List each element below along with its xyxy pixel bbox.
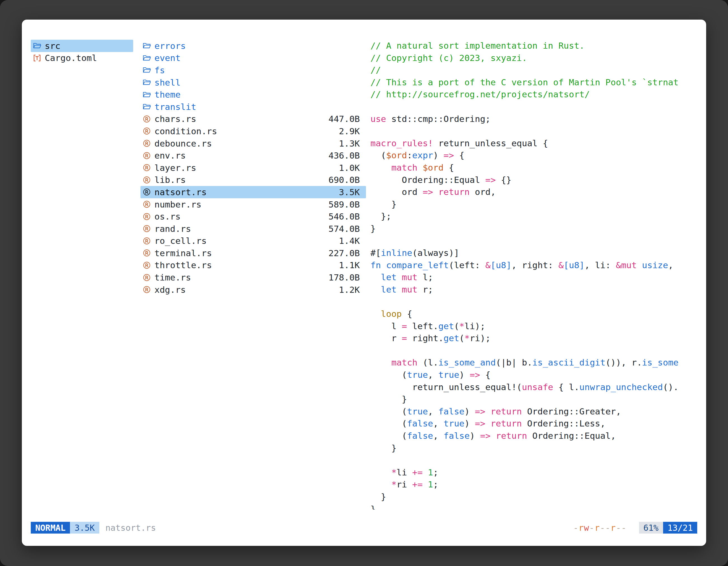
- rust-icon: [143, 115, 154, 123]
- code-line: #[inline(always)]: [370, 247, 700, 259]
- entry-name: os.rs: [154, 212, 180, 222]
- desktop-background: srcCargo.toml errorseventfsshellthemetra…: [0, 0, 728, 566]
- entry-size: 447.0B: [328, 114, 366, 124]
- cursor-position-badge: 13/21: [663, 522, 697, 534]
- file-list-pane: errorseventfsshellthemetranslitchars.rs4…: [140, 40, 366, 509]
- file-row-time.rs[interactable]: time.rs178.0B: [140, 271, 366, 283]
- code-line: };: [370, 210, 700, 223]
- file-row-terminal.rs[interactable]: terminal.rs227.0B: [140, 247, 366, 259]
- file-row-condition.rs[interactable]: condition.rs2.9K: [140, 125, 366, 137]
- code-line: // A natural sort implementation in Rust…: [370, 40, 700, 52]
- entry-size: 3.5K: [339, 187, 366, 197]
- file-row-lib.rs[interactable]: lib.rs690.0B: [140, 174, 366, 186]
- code-line: [370, 454, 700, 466]
- file-row-env.rs[interactable]: env.rs436.0B: [140, 149, 366, 162]
- folder-row-errors[interactable]: errors: [140, 40, 366, 52]
- code-line: fn compare_left(left: &[u8], right: &[u8…: [370, 259, 700, 272]
- folder-open-icon: [33, 42, 45, 50]
- rust-icon: [143, 139, 154, 147]
- folder-open-icon: [143, 42, 154, 50]
- toml-icon: [33, 54, 45, 62]
- folder-open-icon: [143, 66, 154, 74]
- rust-icon: [143, 225, 154, 233]
- entry-name: Cargo.toml: [45, 53, 97, 63]
- folder-open-icon: [143, 78, 154, 86]
- code-line: r = right.get(*ri);: [370, 332, 700, 344]
- file-row-xdg.rs[interactable]: xdg.rs1.2K: [140, 283, 366, 296]
- code-line: // This is a port of the C version of Ma…: [370, 76, 700, 89]
- code-line: loop {: [370, 308, 700, 320]
- folder-open-icon: [143, 103, 154, 111]
- entry-size: 1.4K: [339, 236, 366, 246]
- code-line: [370, 344, 700, 357]
- rust-icon: [143, 249, 154, 257]
- parent-pane: srcCargo.toml: [31, 40, 133, 509]
- entry-name: event: [154, 53, 180, 63]
- code-line: }: [370, 503, 700, 509]
- file-row-chars.rs[interactable]: chars.rs447.0B: [140, 113, 366, 125]
- folder-open-icon: [143, 91, 154, 99]
- entry-size: 546.0B: [328, 212, 366, 222]
- entry-size: 690.0B: [328, 175, 366, 185]
- code-line: // Copyright (c) 2023, sxyazi.: [370, 52, 700, 64]
- code-line: [370, 235, 700, 247]
- code-line: (false, false) => return Ordering::Equal…: [370, 430, 700, 442]
- entry-size: 178.0B: [328, 273, 366, 283]
- code-line: }: [370, 442, 700, 454]
- entry-name: translit: [154, 102, 196, 112]
- code-line: match (l.is_some_and(|b| b.is_ascii_digi…: [370, 356, 700, 369]
- code-line: //: [370, 64, 700, 76]
- entry-size: 2.9K: [339, 126, 366, 136]
- code-line: use std::cmp::Ordering;: [370, 113, 700, 125]
- code-line: ord => return ord,: [370, 186, 700, 198]
- file-row-ro_cell.rs[interactable]: ro_cell.rs1.4K: [140, 235, 366, 247]
- file-row-debounce.rs[interactable]: debounce.rs1.3K: [140, 137, 366, 150]
- permissions-text: -rw-r--r--: [573, 523, 627, 533]
- entry-name: theme: [154, 90, 180, 100]
- entry-size: 227.0B: [328, 248, 366, 258]
- entry-size: 574.0B: [328, 224, 366, 234]
- entry-name: natsort.rs: [154, 187, 207, 197]
- code-line: }: [370, 198, 700, 211]
- entry-name: src: [45, 41, 60, 51]
- entry-size: 589.0B: [328, 200, 366, 210]
- code-line: }: [370, 393, 700, 405]
- file-row-rand.rs[interactable]: rand.rs574.0B: [140, 223, 366, 235]
- file-row-os.rs[interactable]: os.rs546.0B: [140, 210, 366, 223]
- entry-size: 1.3K: [339, 139, 366, 149]
- rust-icon: [143, 164, 154, 172]
- file-row-Cargo.toml[interactable]: Cargo.toml: [31, 52, 133, 64]
- rust-icon: [143, 152, 154, 160]
- entry-size: 1.1K: [339, 260, 366, 270]
- entry-name: throttle.rs: [154, 260, 212, 270]
- rust-icon: [143, 237, 154, 245]
- file-row-number.rs[interactable]: number.rs589.0B: [140, 198, 366, 211]
- code-line: (false, true) => return Ordering::Less,: [370, 417, 700, 430]
- rust-icon: [143, 274, 154, 282]
- file-row-layer.rs[interactable]: layer.rs1.0K: [140, 162, 366, 174]
- status-filename: natsort.rs: [105, 523, 156, 533]
- code-line: Ordering::Equal => {}: [370, 174, 700, 186]
- folder-row-translit[interactable]: translit: [140, 101, 366, 113]
- entry-name: fs: [154, 65, 165, 75]
- code-line: (true, true) => {: [370, 369, 700, 381]
- folder-row-event[interactable]: event: [140, 52, 366, 64]
- entry-name: env.rs: [154, 151, 186, 161]
- entry-name: number.rs: [154, 200, 201, 210]
- rust-icon: [143, 188, 154, 196]
- code-line: [370, 295, 700, 308]
- file-row-natsort.rs[interactable]: natsort.rs3.5K: [140, 186, 366, 198]
- entry-name: condition.rs: [154, 126, 217, 136]
- folder-row-shell[interactable]: shell: [140, 76, 366, 89]
- file-row-throttle.rs[interactable]: throttle.rs1.1K: [140, 259, 366, 272]
- rust-icon: [143, 127, 154, 135]
- folder-row-fs[interactable]: fs: [140, 64, 366, 76]
- code-line: let mut l;: [370, 271, 700, 283]
- code-line: let mut r;: [370, 283, 700, 296]
- entry-name: layer.rs: [154, 163, 196, 173]
- folder-open-icon: [143, 54, 154, 62]
- entry-name: shell: [154, 78, 180, 88]
- entry-name: lib.rs: [154, 175, 186, 185]
- folder-row-theme[interactable]: theme: [140, 88, 366, 101]
- folder-row-src[interactable]: src: [31, 40, 133, 52]
